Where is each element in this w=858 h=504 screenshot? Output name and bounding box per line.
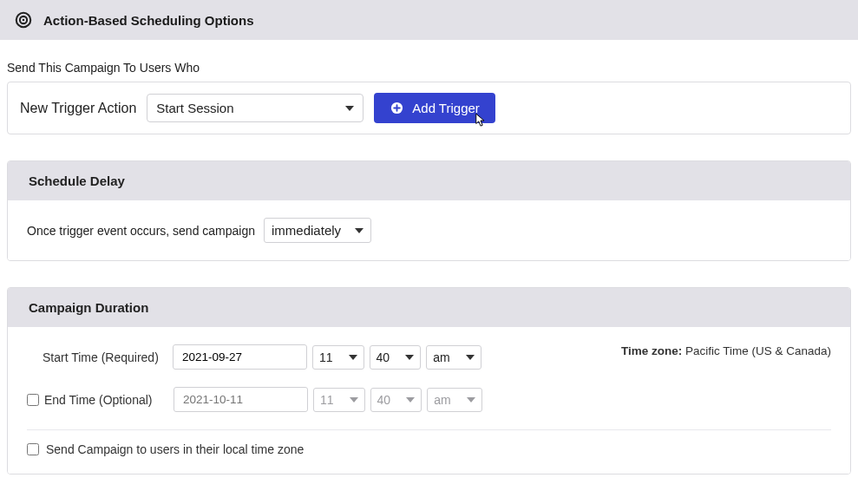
add-trigger-button[interactable]: Add Trigger bbox=[374, 93, 495, 123]
trigger-card: New Trigger Action Start Session Add Tri… bbox=[7, 82, 851, 134]
schedule-delay-panel: Schedule Delay Once trigger event occurs… bbox=[7, 160, 851, 261]
local-timezone-checkbox[interactable] bbox=[27, 443, 39, 455]
campaign-duration-title: Campaign Duration bbox=[8, 288, 850, 327]
delay-prefix-text: Once trigger event occurs, send campaign bbox=[27, 224, 255, 238]
local-timezone-row: Send Campaign to users in their local ti… bbox=[27, 442, 831, 456]
chevron-down-icon bbox=[345, 106, 354, 111]
start-minute-value: 40 bbox=[377, 350, 390, 364]
target-icon bbox=[14, 10, 33, 29]
plus-circle-icon bbox=[390, 101, 403, 115]
start-ampm-select[interactable]: am bbox=[426, 345, 481, 370]
schedule-delay-title: Schedule Delay bbox=[8, 161, 850, 200]
delay-row: Once trigger event occurs, send campaign… bbox=[27, 218, 831, 243]
end-ampm-value: am bbox=[434, 393, 450, 407]
end-time-row: End Time (Optional) 11 40 am bbox=[27, 387, 831, 412]
end-time-checkbox[interactable] bbox=[27, 394, 39, 406]
end-hour-select[interactable]: 11 bbox=[313, 388, 365, 412]
page-title: Action-Based Scheduling Options bbox=[43, 13, 254, 28]
chevron-down-icon bbox=[405, 355, 414, 360]
start-hour-value: 11 bbox=[319, 350, 333, 364]
start-minute-select[interactable]: 40 bbox=[370, 345, 422, 370]
end-ampm-select[interactable]: am bbox=[427, 388, 481, 412]
start-time-label: Start Time (Required) bbox=[43, 350, 173, 364]
local-timezone-label: Send Campaign to users in their local ti… bbox=[46, 442, 304, 456]
trigger-action-value: Start Session bbox=[156, 101, 233, 115]
divider bbox=[27, 429, 831, 430]
campaign-duration-panel: Campaign Duration Start Time (Required) … bbox=[7, 287, 851, 475]
end-time-label: End Time (Optional) bbox=[44, 393, 174, 407]
new-trigger-label: New Trigger Action bbox=[20, 101, 136, 116]
end-hour-value: 11 bbox=[320, 393, 334, 407]
chevron-down-icon bbox=[349, 355, 357, 360]
chevron-down-icon bbox=[466, 355, 475, 360]
start-date-input[interactable] bbox=[173, 344, 307, 370]
trigger-section: Send This Campaign To Users Who New Trig… bbox=[7, 47, 851, 134]
trigger-action-select[interactable]: Start Session bbox=[147, 94, 364, 122]
end-minute-value: 40 bbox=[377, 393, 391, 407]
timezone-value: Pacific Time (US & Canada) bbox=[685, 344, 831, 357]
svg-point-2 bbox=[23, 19, 25, 22]
page-header: Action-Based Scheduling Options bbox=[0, 0, 858, 40]
delay-select[interactable]: immediately bbox=[264, 218, 371, 243]
chevron-down-icon bbox=[355, 228, 364, 233]
send-to-label: Send This Campaign To Users Who bbox=[7, 61, 851, 75]
start-time-row: Start Time (Required) 11 40 am Time zone… bbox=[27, 344, 831, 370]
end-date-input[interactable] bbox=[174, 387, 308, 412]
timezone-display: Time zone: Pacific Time (US & Canada) bbox=[621, 344, 831, 357]
chevron-down-icon bbox=[350, 397, 358, 403]
timezone-label: Time zone: bbox=[621, 344, 682, 357]
start-ampm-value: am bbox=[433, 350, 449, 364]
delay-value: immediately bbox=[272, 223, 341, 238]
chevron-down-icon bbox=[406, 397, 415, 403]
chevron-down-icon bbox=[467, 397, 475, 403]
start-hour-select[interactable]: 11 bbox=[312, 345, 364, 370]
add-trigger-label: Add Trigger bbox=[412, 101, 480, 115]
end-minute-select[interactable]: 40 bbox=[370, 388, 422, 412]
